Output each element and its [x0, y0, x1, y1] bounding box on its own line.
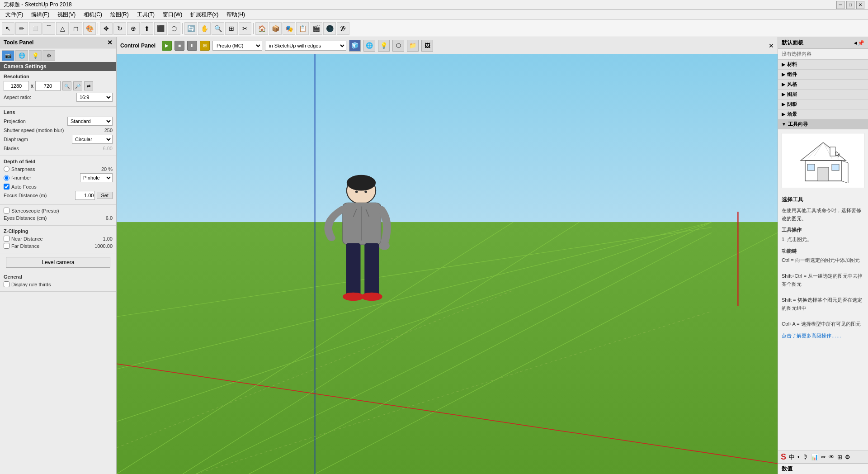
toolbar-move[interactable]: ✥ — [100, 22, 113, 35]
more-link[interactable]: 点击了解更多高级操作…… — [782, 332, 865, 340]
menu-camera[interactable]: 相机(C) — [80, 10, 106, 19]
shadows-arrow: ▶ — [782, 102, 785, 107]
viewport-3d[interactable] — [117, 54, 778, 474]
toolbar-orbit[interactable]: 🔄 — [184, 22, 197, 35]
menu-tools[interactable]: 工具(T) — [133, 10, 158, 19]
bottom-icon-5[interactable]: ✏ — [821, 454, 826, 460]
toolbar-offset[interactable]: ⬡ — [168, 22, 180, 35]
toolguide-header[interactable]: ▼ 工具向导 — [778, 119, 868, 129]
toolbar-components[interactable]: 📦 — [269, 22, 282, 35]
right-section-materials: ▶ 材料 — [778, 60, 868, 70]
toolbar-zoomext[interactable]: ⊞ — [225, 22, 238, 35]
res-zoom-out[interactable]: 🔎 — [73, 81, 82, 90]
tab-settings[interactable]: ⚙ — [42, 50, 55, 61]
cp-cube-icon[interactable]: 🧊 — [349, 40, 361, 52]
toolbar-followme[interactable]: ⬛ — [154, 22, 167, 35]
toolbar-line[interactable]: ⬜ — [29, 22, 42, 35]
res-swap[interactable]: ⇄ — [84, 81, 93, 90]
materials-header[interactable]: ▶ 材料 — [778, 60, 868, 69]
scenes-header[interactable]: ▶ 场景 — [778, 109, 868, 119]
set-button[interactable]: Set — [97, 192, 113, 199]
menu-help[interactable]: 帮助(H) — [223, 10, 249, 19]
level-camera-button[interactable]: Level camera — [6, 257, 110, 268]
sharpness-radio[interactable] — [4, 166, 9, 172]
cp-folder-icon[interactable]: 📁 — [407, 40, 419, 52]
toolbar-zoom[interactable]: 🔍 — [212, 22, 224, 35]
menu-draw[interactable]: 绘图(R) — [107, 10, 132, 19]
toolbar-scale[interactable]: ⊕ — [127, 22, 140, 35]
bottom-icon-4[interactable]: 📊 — [811, 454, 818, 460]
res-zoom-in[interactable]: 🔍 — [62, 81, 71, 90]
no-selection-text: 没有选择内容 — [778, 49, 868, 60]
app-title: 无标题 - SketchUp Pro 2018 — [4, 1, 72, 9]
shadows-header[interactable]: ▶ 阴影 — [778, 100, 868, 109]
toolbar-materials[interactable]: 🎭 — [283, 22, 295, 35]
components-header[interactable]: ▶ 组件 — [778, 70, 868, 79]
menu-extensions[interactable]: 扩展程序(x) — [187, 10, 222, 19]
panel-tabs: 📷 🌐 💡 ⚙ — [0, 48, 116, 61]
stop-button[interactable]: ■ — [175, 41, 184, 51]
toolbar-select[interactable]: ↖ — [2, 22, 14, 35]
toolbar-3dwarehouse[interactable]: 🏠 — [255, 22, 268, 35]
stereoscopic-check[interactable] — [4, 208, 9, 213]
minimize-button[interactable]: ─ — [836, 1, 844, 9]
toolbar-pushpull[interactable]: ⬆ — [141, 22, 153, 35]
resolution-height[interactable] — [35, 81, 61, 91]
cp-image-icon[interactable]: 🖼 — [421, 40, 433, 52]
menu-file[interactable]: 文件(F) — [2, 10, 27, 19]
tools-panel-close[interactable]: ✕ — [107, 39, 113, 46]
bottom-icon-1[interactable]: 中 — [789, 453, 795, 461]
diaphragm-label: Diaphragm — [4, 137, 70, 142]
rule-thirds-check[interactable] — [4, 281, 9, 287]
toolbar-arc[interactable]: ⌒ — [42, 22, 55, 35]
bottom-icon-3[interactable]: 🎙 — [802, 454, 808, 460]
right-panel-expand[interactable]: ◂ — [854, 40, 857, 46]
bottom-icon-2[interactable]: • — [797, 454, 800, 460]
right-panel-pin[interactable]: 📌 — [858, 40, 864, 46]
fnumber-radio[interactable] — [4, 175, 9, 181]
toolbar-pan[interactable]: ✋ — [198, 22, 211, 35]
control-panel-close[interactable]: ✕ — [769, 42, 774, 49]
frame-button[interactable]: ⊞ — [200, 41, 210, 51]
pause-button[interactable]: ⏸ — [187, 41, 197, 51]
toolbar-rotate[interactable]: ↻ — [113, 22, 126, 35]
toolbar-fog[interactable]: 🌫 — [337, 22, 349, 35]
render-mode-select[interactable]: in SketchUp with edges — [265, 41, 346, 51]
tab-light[interactable]: 💡 — [29, 50, 42, 61]
fnumber-select[interactable]: Pinhole — [80, 173, 113, 182]
near-dist-check[interactable] — [4, 236, 9, 242]
projection-select[interactable]: Standard — [67, 117, 113, 126]
far-dist-check[interactable] — [4, 243, 9, 249]
toolbar-paint[interactable]: 🎨 — [83, 22, 96, 35]
close-button[interactable]: ✕ — [856, 1, 864, 9]
bottom-icon-6[interactable]: 👁 — [829, 454, 835, 460]
toolbar-shadows[interactable]: 🌑 — [323, 22, 336, 35]
resolution-row: x 🔍 🔎 ⇄ — [4, 81, 113, 91]
maximize-button[interactable]: □ — [846, 1, 854, 9]
toolbar-scenes[interactable]: 🎬 — [310, 22, 322, 35]
layers-header[interactable]: ▶ 图层 — [778, 90, 868, 99]
tab-scene[interactable]: 🌐 — [15, 50, 28, 61]
bottom-icon-8[interactable]: ⚙ — [845, 454, 850, 460]
renderer-select[interactable]: Presto (MC) — [212, 41, 262, 51]
cp-sphere-icon[interactable]: 🌐 — [363, 40, 375, 52]
toolbar-layers[interactable]: 📋 — [296, 22, 309, 35]
diaphragm-select[interactable]: Circular — [72, 135, 113, 144]
toolbar-shape[interactable]: △ — [56, 22, 69, 35]
toolbar-pencil[interactable]: ✏ — [15, 22, 28, 35]
play-button[interactable]: ▶ — [162, 41, 172, 51]
toolbar-eraser[interactable]: ◻ — [70, 22, 82, 35]
menu-edit[interactable]: 编辑(E) — [28, 10, 53, 19]
aspect-ratio-select[interactable]: 16:9 — [76, 93, 113, 102]
style-header[interactable]: ▶ 风格 — [778, 80, 868, 89]
toolbar-section[interactable]: ✂ — [239, 22, 251, 35]
cp-hex-icon[interactable]: ⬡ — [392, 40, 404, 52]
menu-view[interactable]: 视图(V) — [54, 10, 79, 19]
autofocus-check[interactable] — [4, 184, 9, 190]
resolution-width[interactable] — [4, 81, 29, 91]
menu-window[interactable]: 窗口(W) — [159, 10, 186, 19]
bottom-icon-7[interactable]: ⊞ — [837, 454, 842, 460]
tab-camera[interactable]: 📷 — [2, 50, 14, 61]
focus-dist-input[interactable] — [75, 191, 95, 200]
cp-light-icon[interactable]: 💡 — [378, 40, 390, 52]
